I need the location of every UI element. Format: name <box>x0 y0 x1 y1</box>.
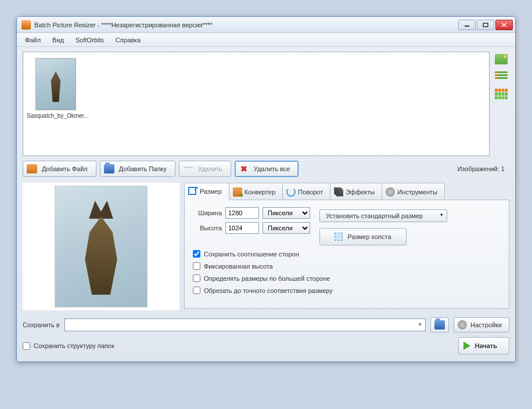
canvas-icon <box>335 233 343 241</box>
svg-rect-1 <box>483 23 488 27</box>
file-icon <box>27 164 37 173</box>
crop-exact-checkbox[interactable] <box>193 287 200 294</box>
close-button[interactable] <box>495 20 513 30</box>
keep-structure-checkbox[interactable] <box>23 342 30 350</box>
convert-icon <box>233 187 242 197</box>
resize-icon <box>188 187 197 196</box>
keep-structure-label: Сохранить структуру папок <box>34 342 114 349</box>
save-in-label: Сохранить в <box>23 321 60 328</box>
file-list[interactable]: Sasquatch_by_Okmer... <box>23 52 490 156</box>
list-item[interactable]: Sasquatch_by_Okmer... <box>27 58 85 119</box>
keep-ratio-label: Сохранить соотношение сторон <box>204 251 299 258</box>
titlebar: Batch Picture Resizer - ****Незарегистри… <box>17 17 515 33</box>
app-icon <box>21 20 31 30</box>
view-list-icon[interactable] <box>495 71 508 82</box>
tab-effects[interactable]: Эффекты <box>330 183 382 200</box>
browse-button[interactable] <box>430 317 449 332</box>
width-input[interactable] <box>225 207 259 219</box>
width-unit-select[interactable]: Пиксели <box>263 207 310 219</box>
height-input[interactable] <box>225 222 259 234</box>
keep-ratio-checkbox[interactable] <box>193 250 200 258</box>
menu-softorbits[interactable]: SoftOrbits <box>70 34 110 46</box>
canvas-size-button[interactable]: Размер холста <box>319 228 407 245</box>
view-grid-icon[interactable] <box>495 89 508 99</box>
thumbnail-image <box>35 58 76 110</box>
height-unit-select[interactable]: Пиксели <box>263 222 310 234</box>
tab-tools[interactable]: Инструменты <box>382 183 445 200</box>
gear-icon <box>458 320 467 330</box>
menu-help[interactable]: Справка <box>110 34 146 46</box>
add-file-label: Добавить Файл <box>42 165 88 172</box>
gear-icon <box>386 187 395 197</box>
add-folder-button[interactable]: Добавить Папку <box>100 161 175 177</box>
standard-size-button[interactable]: Установить стандартный размер <box>319 209 447 222</box>
delete-all-button[interactable]: ✖Удалить все <box>235 161 299 177</box>
tabstrip: Размер Конвертер Поворот Эффекты Инструм… <box>184 183 509 200</box>
by-larger-label: Определять размеры по большей стороне <box>204 275 330 282</box>
save-path-combo[interactable] <box>64 318 426 331</box>
tab-content: Ширина Пиксели Высота Пиксели Уст <box>184 200 509 309</box>
start-button[interactable]: Начать <box>458 337 509 354</box>
menubar: Файл Вид SoftOrbits Справка <box>17 33 515 47</box>
folder-icon <box>104 164 114 173</box>
view-thumbnails-icon[interactable] <box>495 54 508 64</box>
maximize-button[interactable] <box>477 20 494 30</box>
tab-size[interactable]: Размер <box>184 183 229 200</box>
delete-button[interactable]: 〰Удалить <box>179 161 231 177</box>
window-title: Batch Picture Resizer - ****Незарегистри… <box>34 21 458 28</box>
tab-rotate[interactable]: Поворот <box>282 183 330 200</box>
delete-all-icon: ✖ <box>239 164 249 173</box>
fixed-height-checkbox[interactable] <box>193 262 200 270</box>
width-label: Ширина <box>193 209 222 216</box>
crop-exact-label: Обрезать до точного соответствия размеру <box>204 287 333 294</box>
by-larger-checkbox[interactable] <box>193 274 200 282</box>
image-count: Изображений: 1 <box>457 165 505 172</box>
preview-image <box>55 186 148 307</box>
delete-label: Удалить <box>198 165 222 172</box>
app-window: Batch Picture Resizer - ****Незарегистри… <box>16 16 516 362</box>
tab-converter[interactable]: Конвертер <box>229 183 283 200</box>
add-folder-label: Добавить Папку <box>119 165 167 172</box>
minimize-button[interactable] <box>458 20 476 30</box>
effects-icon <box>334 187 343 197</box>
rotate-icon <box>286 187 296 197</box>
menu-view[interactable]: Вид <box>46 34 70 46</box>
settings-button[interactable]: Настройки <box>454 317 509 332</box>
arrow-right-icon <box>463 342 470 350</box>
menu-file[interactable]: Файл <box>19 34 46 46</box>
add-file-button[interactable]: Добавить Файл <box>23 161 96 177</box>
thumbnail-label: Sasquatch_by_Okmer... <box>27 113 85 119</box>
folder-icon <box>434 320 445 330</box>
height-label: Высота <box>193 225 222 231</box>
delete-icon: 〰 <box>183 164 193 173</box>
delete-all-label: Удалить все <box>254 165 290 172</box>
fixed-height-label: Фиксированная высота <box>204 263 273 270</box>
preview-panel <box>23 183 179 310</box>
